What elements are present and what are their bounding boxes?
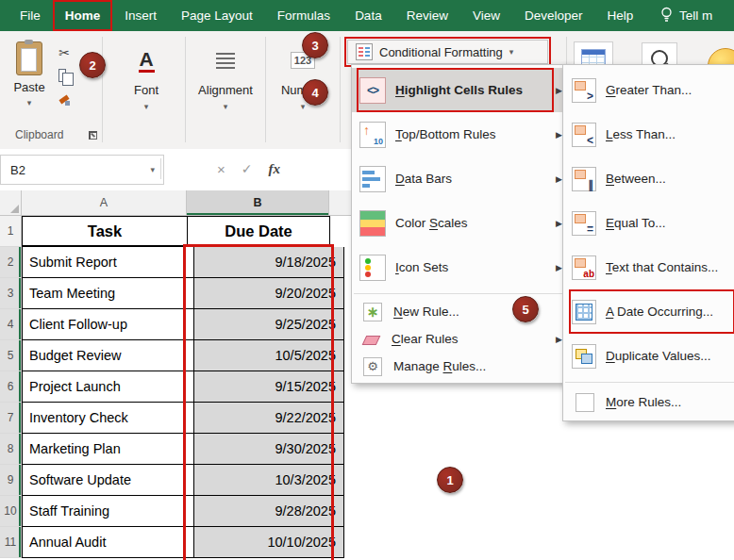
menu-item[interactable]: Clear Rules ▶ (352, 325, 569, 353)
cell-due-date[interactable]: Due Date (188, 216, 330, 247)
copy-button[interactable] (53, 68, 75, 85)
cell-task[interactable]: Task (22, 216, 188, 247)
menu-item[interactable]: Manage Rules... ▶ (352, 353, 569, 380)
none-icon (576, 393, 594, 412)
row-header[interactable]: 6 (0, 371, 22, 403)
row-header[interactable]: 7 (0, 403, 22, 434)
number-format-icon: 123 (291, 52, 315, 69)
row-header[interactable]: 3 (0, 278, 22, 309)
cell-due-date[interactable]: 9/18/2025 (194, 247, 344, 278)
cancel-icon[interactable]: × (217, 161, 225, 177)
ribbon-tab[interactable]: Formulas (265, 0, 342, 31)
cut-button[interactable]: ✂ (53, 44, 75, 61)
highlight-cells-rules-submenu: Greater Than... Less Than... Between... (562, 64, 734, 421)
submenu-item[interactable]: Greater Than... (563, 68, 734, 112)
cell-task[interactable]: Software Update (22, 465, 194, 496)
row-header[interactable]: 1 (0, 216, 22, 247)
ribbon-tab[interactable]: Home (53, 0, 113, 31)
menu-item[interactable]: Top/Bottom Rules ▶ (352, 112, 569, 156)
submenu-item-label: Duplicate Values... (606, 349, 711, 363)
less-icon (572, 123, 596, 147)
menu-item-box: Top/Bottom Rules (357, 112, 554, 156)
row-header[interactable]: 9 (0, 465, 22, 496)
submenu-item[interactable]: Less Than... (563, 112, 734, 156)
ribbon-tab-label: Review (407, 8, 448, 23)
menu-item[interactable]: New Rule... ▶ (352, 298, 569, 325)
fx-icon[interactable]: fx (269, 161, 281, 177)
ribbon-tab-label: Formulas (277, 8, 330, 23)
cell-task[interactable]: Inventory Check (22, 403, 194, 434)
ribbon-tab[interactable]: Developer (512, 0, 595, 31)
icon-sets-icon (359, 255, 386, 281)
submenu-item-label: Less Than... (606, 127, 676, 141)
cell-due-date[interactable]: 9/22/2025 (194, 403, 344, 434)
ribbon-tab[interactable]: Page Layout (169, 0, 265, 31)
cell-due-date[interactable]: 10/5/2025 (194, 340, 344, 371)
row-header[interactable]: 11 (0, 527, 22, 558)
cell-due-date[interactable]: 9/28/2025 (194, 496, 344, 527)
menu-item[interactable]: Color Scales ▶ (352, 201, 569, 245)
row-header[interactable]: 2 (0, 247, 22, 278)
group-divider (102, 37, 103, 142)
clipboard-tools: ✂ (53, 44, 75, 108)
cell-due-date[interactable]: 9/25/2025 (194, 309, 344, 340)
ribbon-tab-label: Help (608, 8, 634, 23)
menu-item[interactable]: Data Bars ▶ (352, 156, 569, 201)
row-header[interactable]: 8 (0, 434, 22, 465)
cell-due-date[interactable]: 9/15/2025 (194, 371, 344, 403)
cell-task[interactable]: Annual Audit (22, 527, 194, 558)
cell-due-date[interactable]: 9/30/2025 (194, 434, 344, 465)
conditional-formatting-button[interactable]: Conditional Formatting ▾ (347, 40, 548, 64)
column-header[interactable]: B (187, 190, 329, 215)
menu-item[interactable]: Icon Sets ▶ (352, 245, 569, 289)
ribbon-tab[interactable]: View (460, 0, 512, 31)
format-painter-button[interactable] (53, 91, 75, 108)
paste-button[interactable]: Paste ▾ (8, 41, 51, 140)
ribbon-tab[interactable]: Review (394, 0, 460, 31)
ribbon-tab[interactable]: Insert (112, 0, 169, 31)
column-header[interactable]: A (22, 190, 187, 215)
alignment-group-button[interactable]: Alignment ▾ (187, 42, 264, 140)
cell-due-date[interactable]: 9/20/2025 (194, 278, 344, 309)
ribbon-tab[interactable]: Data (342, 0, 394, 31)
number-group-button[interactable]: 123 Number ▾ (268, 42, 338, 140)
format-painter-icon (58, 94, 70, 106)
cell-due-date[interactable]: 10/3/2025 (194, 465, 344, 496)
submenu-item[interactable]: Equal To... (563, 201, 734, 245)
formula-bar-divider (160, 158, 161, 179)
tell-me[interactable]: Tell m (660, 0, 712, 31)
cell-task[interactable]: Team Meeting (22, 278, 194, 309)
ribbon-tab[interactable]: File (8, 0, 53, 31)
cell-due-date[interactable]: 10/10/2025 (194, 527, 344, 558)
menu-item[interactable]: Highlight Cells Rules ▶ (352, 68, 569, 112)
name-box[interactable]: B2 ▾ (0, 155, 164, 185)
enter-icon[interactable]: ✓ (242, 161, 253, 176)
font-group-button[interactable]: A Font ▾ (109, 42, 183, 140)
submenu-item[interactable]: Duplicate Values... (563, 334, 734, 378)
ribbon-tab-label: View (473, 8, 500, 23)
submenu-item[interactable]: More Rules... (563, 387, 734, 418)
conditional-formatting-label: Conditional Formatting (379, 45, 503, 59)
select-all-corner[interactable] (0, 190, 22, 215)
cell-task[interactable]: Project Launch (22, 371, 194, 403)
name-box-chevron-icon[interactable]: ▾ (150, 165, 155, 174)
group-divider (340, 37, 341, 142)
cell-task[interactable]: Budget Review (22, 340, 194, 371)
cell-task[interactable]: Staff Training (22, 496, 194, 527)
menu-item-label: Clear Rules (392, 332, 459, 346)
submenu-item[interactable]: A Date Occurring... (563, 289, 734, 334)
clipboard-group: Clipboard (9, 128, 96, 141)
sheet-row: 10 Staff Training 9/28/2025 (0, 496, 734, 527)
sheet-row: 11 Annual Audit 10/10/2025 (0, 527, 734, 558)
cell-task[interactable]: Client Follow-up (22, 309, 194, 340)
row-header[interactable]: 4 (0, 309, 22, 340)
submenu-item[interactable]: Between... (563, 156, 734, 201)
submenu-item[interactable]: Text that Contains... (563, 245, 734, 289)
ribbon-tab[interactable]: Help (595, 0, 646, 31)
cell-task[interactable]: Marketing Plan (22, 434, 194, 465)
row-header[interactable]: 10 (0, 496, 22, 527)
row-header[interactable]: 5 (0, 340, 22, 371)
duplicate-icon (572, 344, 596, 369)
clipboard-dialog-launcher-icon[interactable] (89, 131, 97, 140)
cell-task[interactable]: Submit Report (22, 247, 194, 278)
